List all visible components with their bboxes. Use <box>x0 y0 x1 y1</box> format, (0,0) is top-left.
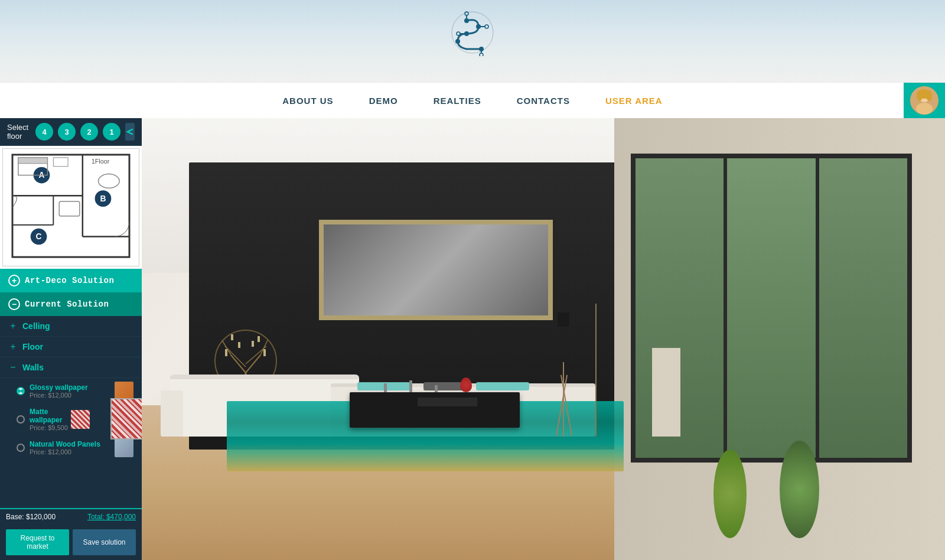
svg-rect-33 <box>258 336 260 342</box>
art-deco-label: Art-Deco Solution <box>25 276 114 285</box>
radio-glossy <box>17 387 25 395</box>
svg-text:C: C <box>36 232 42 241</box>
floor-icon: + <box>8 341 18 352</box>
tall-lamp <box>595 304 597 436</box>
avatar-image <box>910 86 939 115</box>
floor-btn-3[interactable]: 3 <box>58 123 76 141</box>
nav-demo[interactable]: DEMO <box>369 96 398 106</box>
glossy-info: Glossy wallpaper Price: $12,000 <box>30 383 115 399</box>
matte-info: Matte wallpaper Price: $9,500 <box>30 408 71 431</box>
solutions-panel: + Art-Deco Solution − Current Solution +… <box>0 269 142 508</box>
current-icon: − <box>8 298 20 310</box>
main-content: Select floor 4 3 2 1 <box>0 118 945 560</box>
matte-preview-popup <box>110 398 142 439</box>
svg-line-22 <box>231 355 246 373</box>
category-floor[interactable]: + Floor <box>0 337 142 357</box>
svg-rect-32 <box>231 334 233 340</box>
svg-point-18 <box>917 90 923 101</box>
art-deco-icon: + <box>8 275 20 286</box>
svg-point-13 <box>480 53 483 56</box>
celling-icon: + <box>8 321 18 331</box>
art-deco-solution[interactable]: + Art-Deco Solution <box>0 269 142 292</box>
svg-rect-47 <box>18 158 48 164</box>
base-price: Base: $120,000 <box>6 513 56 521</box>
collapse-button[interactable] <box>125 123 135 141</box>
current-label: Current Solution <box>25 299 109 309</box>
wood-price: Price: $12,000 <box>30 448 115 455</box>
floor-btn-4[interactable]: 4 <box>35 123 53 141</box>
request-to-market-button[interactable]: Request to market <box>6 529 69 555</box>
svg-text:1Floor: 1Floor <box>92 158 110 165</box>
room-visualization <box>0 118 945 560</box>
wood-thumb <box>115 438 133 457</box>
total-price: Total: $470,000 <box>87 513 136 521</box>
svg-rect-34 <box>12 155 129 257</box>
wall-option-matte[interactable]: Matte wallpaper Price: $9,500 <box>0 404 142 435</box>
category-celling[interactable]: + Celling <box>0 316 142 337</box>
floor-lamp <box>558 312 569 436</box>
celling-label: Celling <box>22 321 50 331</box>
logo-icon <box>449 9 496 56</box>
nav-contacts[interactable]: CONTACTS <box>517 96 570 106</box>
logo-area <box>449 9 496 56</box>
svg-point-19 <box>926 90 932 101</box>
svg-point-16 <box>916 103 933 115</box>
floor-plan-image[interactable]: A B C 1Floor <box>2 148 139 266</box>
mirror-decor <box>319 220 553 320</box>
glossy-price: Price: $12,000 <box>30 392 115 399</box>
matte-price: Price: $9,500 <box>30 424 71 431</box>
svg-line-24 <box>225 346 246 367</box>
matte-thumb <box>71 410 90 429</box>
walls-label: Walls <box>22 363 44 372</box>
save-solution-button[interactable]: Save solution <box>73 529 136 555</box>
floor-plan: A B C 1Floor <box>0 146 142 269</box>
nav-items: ABOUT US DEMO REALTIES CONTACTS USER ARE… <box>282 96 662 106</box>
svg-point-4 <box>455 39 460 44</box>
svg-point-50 <box>99 174 120 188</box>
floor-selector-label: Select floor <box>7 123 28 141</box>
floor-btn-1[interactable]: 1 <box>103 123 120 141</box>
left-panel: Select floor 4 3 2 1 <box>0 118 142 560</box>
nav-realties[interactable]: REALTIES <box>434 96 481 106</box>
svg-rect-48 <box>53 158 68 167</box>
header-background <box>0 0 945 83</box>
floor-btn-2[interactable]: 2 <box>80 123 98 141</box>
svg-rect-29 <box>238 342 240 348</box>
right-wall <box>614 118 945 560</box>
svg-rect-30 <box>252 341 254 347</box>
action-buttons: Request to market Save solution <box>0 525 142 560</box>
glossy-name: Glossy wallpaper <box>30 383 115 392</box>
svg-rect-28 <box>225 349 227 356</box>
radio-matte <box>17 415 25 424</box>
navigation-bar: ABOUT US DEMO REALTIES CONTACTS USER ARE… <box>0 83 945 118</box>
radio-wood <box>17 444 25 452</box>
bottom-bar: Base: $120,000 Total: $470,000 <box>0 508 142 525</box>
user-avatar[interactable] <box>904 83 945 118</box>
nav-about[interactable]: ABOUT US <box>282 96 333 106</box>
current-solution[interactable]: − Current Solution <box>0 292 142 316</box>
decorative-element <box>652 348 680 437</box>
svg-text:B: B <box>100 194 106 203</box>
floor-selector: Select floor 4 3 2 1 <box>0 118 142 146</box>
svg-rect-31 <box>263 349 266 356</box>
wood-name: Natural Wood Panels <box>30 440 115 448</box>
nav-user-area[interactable]: USER AREA <box>605 96 663 106</box>
floor-label: Floor <box>22 342 43 351</box>
walls-icon: − <box>8 362 18 373</box>
coffee-table <box>350 392 520 428</box>
svg-rect-49 <box>59 201 80 216</box>
wood-info: Natural Wood Panels Price: $12,000 <box>30 440 115 455</box>
matte-name: Matte wallpaper <box>30 408 71 424</box>
category-walls[interactable]: − Walls <box>0 357 142 378</box>
